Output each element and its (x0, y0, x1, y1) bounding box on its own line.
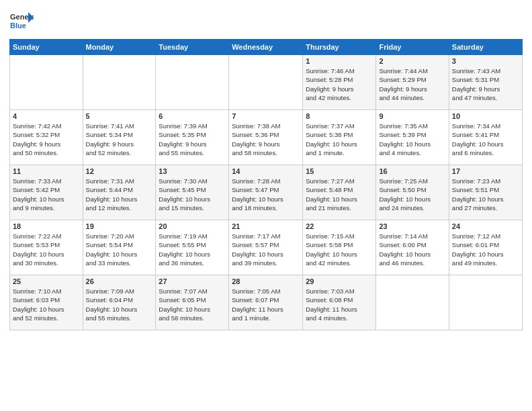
calendar-cell: 26Sunrise: 7:09 AMSunset: 6:04 PMDayligh… (83, 275, 156, 330)
calendar-header: SundayMondayTuesdayWednesdayThursdayFrid… (10, 40, 523, 55)
day-number: 14 (232, 167, 300, 175)
day-info: Sunrise: 7:33 AMSunset: 5:42 PMDaylight:… (13, 177, 80, 212)
day-number: 13 (159, 167, 226, 175)
calendar-cell: 23Sunrise: 7:14 AMSunset: 6:00 PMDayligh… (376, 220, 449, 275)
calendar: SundayMondayTuesdayWednesdayThursdayFrid… (9, 39, 523, 330)
day-info: Sunrise: 7:27 AMSunset: 5:48 PMDaylight:… (306, 177, 373, 212)
calendar-cell: 27Sunrise: 7:07 AMSunset: 6:05 PMDayligh… (156, 275, 229, 330)
day-number: 6 (159, 112, 226, 120)
calendar-cell: 9Sunrise: 7:35 AMSunset: 5:39 PMDaylight… (376, 110, 449, 165)
day-info: Sunrise: 7:12 AMSunset: 6:01 PMDaylight:… (452, 232, 519, 267)
calendar-cell: 12Sunrise: 7:31 AMSunset: 5:44 PMDayligh… (83, 165, 156, 220)
day-number: 11 (13, 167, 80, 175)
day-number: 26 (86, 277, 153, 285)
calendar-cell: 11Sunrise: 7:33 AMSunset: 5:42 PMDayligh… (10, 165, 83, 220)
day-info: Sunrise: 7:28 AMSunset: 5:47 PMDaylight:… (232, 177, 300, 212)
day-info: Sunrise: 7:44 AMSunset: 5:29 PMDaylight:… (379, 66, 445, 102)
page: General Blue SundayMondayTuesdayWednesda… (0, 0, 532, 411)
calendar-cell: 25Sunrise: 7:10 AMSunset: 6:03 PMDayligh… (10, 275, 83, 330)
calendar-cell: 14Sunrise: 7:28 AMSunset: 5:47 PMDayligh… (229, 165, 303, 220)
weekday-row: SundayMondayTuesdayWednesdayThursdayFrid… (10, 40, 523, 55)
day-number: 19 (86, 222, 153, 230)
svg-text:Blue: Blue (10, 21, 26, 30)
day-number: 18 (13, 222, 80, 230)
day-info: Sunrise: 7:20 AMSunset: 5:54 PMDaylight:… (86, 232, 153, 267)
calendar-cell: 20Sunrise: 7:19 AMSunset: 5:55 PMDayligh… (156, 220, 229, 275)
day-number: 9 (379, 112, 445, 120)
week-row: 18Sunrise: 7:22 AMSunset: 5:53 PMDayligh… (10, 220, 523, 275)
header: General Blue (9, 7, 523, 34)
calendar-cell (449, 275, 522, 330)
day-info: Sunrise: 7:07 AMSunset: 6:05 PMDaylight:… (159, 287, 226, 322)
weekday-sunday: Sunday (10, 40, 83, 55)
day-info: Sunrise: 7:42 AMSunset: 5:32 PMDaylight:… (13, 122, 80, 157)
calendar-cell: 2Sunrise: 7:44 AMSunset: 5:29 PMDaylight… (376, 55, 449, 110)
week-row: 4Sunrise: 7:42 AMSunset: 5:32 PMDaylight… (10, 110, 523, 165)
calendar-cell: 21Sunrise: 7:17 AMSunset: 5:57 PMDayligh… (229, 220, 303, 275)
calendar-cell (156, 55, 229, 110)
day-number: 29 (306, 277, 373, 285)
weekday-tuesday: Tuesday (156, 40, 229, 55)
day-number: 1 (306, 57, 373, 65)
calendar-cell: 6Sunrise: 7:39 AMSunset: 5:35 PMDaylight… (156, 110, 229, 165)
logo-svg: General Blue (9, 9, 34, 34)
calendar-cell: 17Sunrise: 7:23 AMSunset: 5:51 PMDayligh… (449, 165, 522, 220)
day-info: Sunrise: 7:17 AMSunset: 5:57 PMDaylight:… (232, 232, 300, 267)
day-number: 4 (13, 112, 80, 120)
calendar-cell: 10Sunrise: 7:34 AMSunset: 5:41 PMDayligh… (449, 110, 522, 165)
day-info: Sunrise: 7:37 AMSunset: 5:38 PMDaylight:… (306, 122, 373, 157)
day-number: 25 (13, 277, 80, 285)
weekday-monday: Monday (83, 40, 156, 55)
day-info: Sunrise: 7:39 AMSunset: 5:35 PMDaylight:… (159, 122, 226, 157)
calendar-cell: 8Sunrise: 7:37 AMSunset: 5:38 PMDaylight… (303, 110, 376, 165)
day-info: Sunrise: 7:22 AMSunset: 5:53 PMDaylight:… (13, 232, 80, 267)
day-info: Sunrise: 7:30 AMSunset: 5:45 PMDaylight:… (159, 177, 226, 212)
day-number: 21 (232, 222, 300, 230)
calendar-cell: 5Sunrise: 7:41 AMSunset: 5:34 PMDaylight… (83, 110, 156, 165)
calendar-cell: 1Sunrise: 7:46 AMSunset: 5:28 PMDaylight… (303, 55, 376, 110)
day-number: 27 (159, 277, 226, 285)
calendar-cell (229, 55, 303, 110)
calendar-cell: 4Sunrise: 7:42 AMSunset: 5:32 PMDaylight… (10, 110, 83, 165)
calendar-cell: 3Sunrise: 7:43 AMSunset: 5:31 PMDaylight… (449, 55, 522, 110)
calendar-cell: 29Sunrise: 7:03 AMSunset: 6:08 PMDayligh… (303, 275, 376, 330)
day-number: 7 (232, 112, 300, 120)
calendar-cell: 7Sunrise: 7:38 AMSunset: 5:36 PMDaylight… (229, 110, 303, 165)
day-number: 24 (452, 222, 519, 230)
weekday-thursday: Thursday (303, 40, 376, 55)
day-number: 20 (159, 222, 226, 230)
day-info: Sunrise: 7:41 AMSunset: 5:34 PMDaylight:… (86, 122, 153, 157)
calendar-cell: 13Sunrise: 7:30 AMSunset: 5:45 PMDayligh… (156, 165, 229, 220)
day-number: 8 (306, 112, 373, 120)
weekday-saturday: Saturday (449, 40, 522, 55)
day-info: Sunrise: 7:23 AMSunset: 5:51 PMDaylight:… (452, 177, 519, 212)
calendar-body: 1Sunrise: 7:46 AMSunset: 5:28 PMDaylight… (10, 55, 523, 330)
day-number: 22 (306, 222, 373, 230)
calendar-cell: 19Sunrise: 7:20 AMSunset: 5:54 PMDayligh… (83, 220, 156, 275)
calendar-cell: 22Sunrise: 7:15 AMSunset: 5:58 PMDayligh… (303, 220, 376, 275)
calendar-cell: 24Sunrise: 7:12 AMSunset: 6:01 PMDayligh… (449, 220, 522, 275)
day-info: Sunrise: 7:05 AMSunset: 6:07 PMDaylight:… (232, 287, 300, 322)
weekday-friday: Friday (376, 40, 449, 55)
day-number: 5 (86, 112, 153, 120)
day-number: 3 (452, 57, 519, 65)
calendar-cell: 15Sunrise: 7:27 AMSunset: 5:48 PMDayligh… (303, 165, 376, 220)
day-info: Sunrise: 7:25 AMSunset: 5:50 PMDaylight:… (379, 177, 445, 212)
day-number: 2 (379, 57, 445, 65)
week-row: 1Sunrise: 7:46 AMSunset: 5:28 PMDaylight… (10, 55, 523, 110)
day-info: Sunrise: 7:34 AMSunset: 5:41 PMDaylight:… (452, 122, 519, 157)
day-info: Sunrise: 7:14 AMSunset: 6:00 PMDaylight:… (379, 232, 445, 267)
weekday-wednesday: Wednesday (229, 40, 303, 55)
logo: General Blue (9, 9, 34, 34)
day-info: Sunrise: 7:09 AMSunset: 6:04 PMDaylight:… (86, 287, 153, 322)
calendar-cell (10, 55, 83, 110)
week-row: 25Sunrise: 7:10 AMSunset: 6:03 PMDayligh… (10, 275, 523, 330)
day-info: Sunrise: 7:46 AMSunset: 5:28 PMDaylight:… (306, 66, 373, 102)
day-info: Sunrise: 7:15 AMSunset: 5:58 PMDaylight:… (306, 232, 373, 267)
calendar-cell: 18Sunrise: 7:22 AMSunset: 5:53 PMDayligh… (10, 220, 83, 275)
day-number: 15 (306, 167, 373, 175)
day-number: 28 (232, 277, 300, 285)
day-info: Sunrise: 7:19 AMSunset: 5:55 PMDaylight:… (159, 232, 226, 267)
day-number: 10 (452, 112, 519, 120)
day-info: Sunrise: 7:43 AMSunset: 5:31 PMDaylight:… (452, 66, 519, 102)
